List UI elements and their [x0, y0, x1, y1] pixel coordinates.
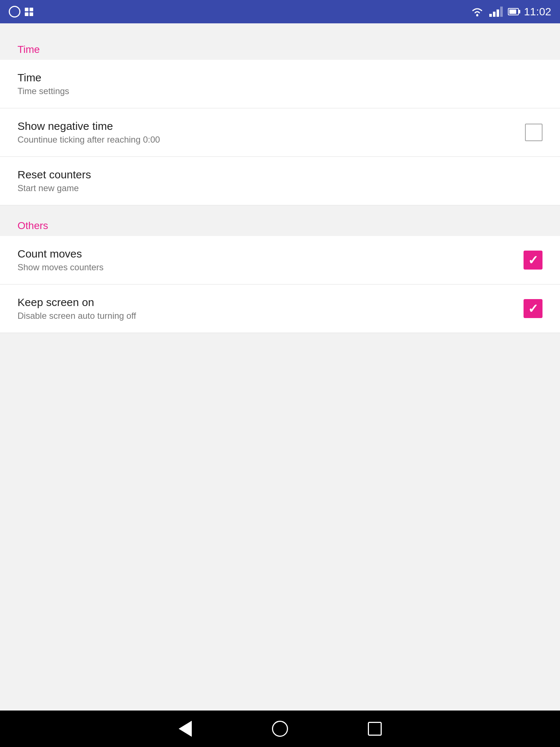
home-circle-icon: [272, 721, 288, 737]
recents-square-icon: [368, 722, 382, 736]
battery-icon: [508, 8, 519, 15]
back-arrow-icon: [179, 721, 192, 737]
show-negative-time-checkbox[interactable]: [525, 124, 542, 141]
settings-item-keep-screen-text: Keep screen on Disable screen auto turni…: [18, 296, 524, 321]
settings-item-keep-screen-title: Keep screen on: [18, 296, 524, 309]
main-content: Time Time Time settings Show negative ti…: [0, 23, 560, 711]
settings-item-time-title: Time: [18, 71, 542, 84]
status-bar-right: 11:02: [470, 5, 551, 18]
grid-icon: [25, 8, 33, 16]
signal-strength-icon: [489, 7, 503, 17]
back-button[interactable]: [174, 718, 196, 740]
settings-list: Time Time Time settings Show negative ti…: [0, 38, 560, 333]
home-button[interactable]: [269, 718, 291, 740]
settings-item-keep-screen-on[interactable]: Keep screen on Disable screen auto turni…: [0, 285, 560, 333]
settings-item-negative-time-subtitle: Countinue ticking after reaching 0:00: [18, 135, 525, 145]
section-header-others: Others: [0, 214, 560, 236]
keep-screen-on-checkbox[interactable]: [524, 299, 542, 318]
count-moves-checkbox[interactable]: [524, 251, 542, 270]
settings-item-negative-time-text: Show negative time Countinue ticking aft…: [18, 120, 525, 145]
section-header-time: Time: [0, 38, 560, 60]
svg-point-0: [476, 14, 478, 16]
recents-button[interactable]: [364, 718, 386, 740]
settings-item-count-moves[interactable]: Count moves Show moves counters: [0, 236, 560, 285]
settings-item-count-moves-subtitle: Show moves counters: [18, 262, 524, 272]
settings-item-reset-counters-title: Reset counters: [18, 169, 542, 181]
notification-icon: [9, 6, 20, 18]
settings-item-keep-screen-subtitle: Disable screen auto turning off: [18, 311, 524, 321]
settings-item-reset-counters-text: Reset counters Start new game: [18, 169, 542, 193]
section-spacer: [0, 205, 560, 214]
settings-item-negative-time-title: Show negative time: [18, 120, 525, 132]
settings-item-count-moves-title: Count moves: [18, 248, 524, 260]
status-bar-left: [9, 6, 33, 18]
settings-item-reset-counters[interactable]: Reset counters Start new game: [0, 157, 560, 205]
settings-item-reset-counters-subtitle: Start new game: [18, 183, 542, 193]
status-time: 11:02: [524, 5, 551, 18]
settings-item-time-text: Time Time settings: [18, 71, 542, 96]
status-bar: 11:02: [0, 0, 560, 23]
settings-item-count-moves-text: Count moves Show moves counters: [18, 248, 524, 272]
settings-item-time[interactable]: Time Time settings: [0, 60, 560, 108]
nav-bar: [0, 711, 560, 747]
settings-item-time-subtitle: Time settings: [18, 86, 542, 96]
wifi-icon: [470, 7, 484, 17]
settings-item-show-negative-time[interactable]: Show negative time Countinue ticking aft…: [0, 108, 560, 157]
